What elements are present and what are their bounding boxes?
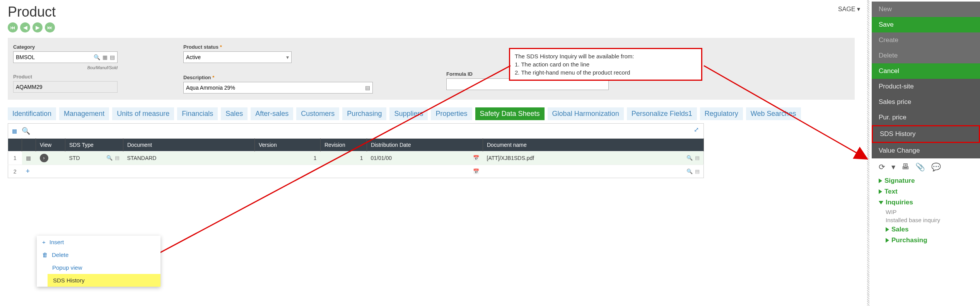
product-input [16, 84, 115, 90]
menu-delete[interactable]: 🗑Delete [37, 248, 160, 261]
new-button: New [872, 2, 980, 17]
table-row[interactable]: 2 + 📅 🔍▤ [8, 165, 704, 178]
cell-docname: [ATT]/XJB1SDS.pdf [487, 155, 534, 161]
plus-icon: + [42, 239, 46, 245]
tab-units[interactable]: Units of measure [112, 107, 174, 120]
list-icon[interactable]: ▤ [115, 155, 120, 161]
search-icon[interactable]: 🔍 [22, 127, 30, 135]
tab-websearches[interactable]: Web Searches [746, 107, 801, 120]
search-icon[interactable]: 🔍 [686, 155, 693, 161]
formula-input[interactable] [449, 81, 606, 87]
panel-divider[interactable] [867, 0, 869, 306]
product-site-button[interactable]: Product-site [872, 79, 980, 94]
status-select[interactable]: ▾ [183, 51, 292, 63]
nav-first-icon[interactable]: ⏮ [8, 22, 18, 32]
annotation-callout: The SDS History Inquiry will be availabl… [509, 48, 702, 81]
link-installed-base[interactable]: Installed base inquiry [872, 216, 980, 224]
callout-line: 1. The action card on the line [515, 60, 697, 68]
link-signature[interactable]: Signature [872, 175, 980, 186]
nav-next-icon[interactable]: ▶ [32, 22, 43, 32]
category-input-wrap: 🔍 ▦ ▤ [13, 51, 118, 63]
description-label: Description * [183, 75, 377, 80]
status-value [186, 54, 284, 60]
col-distdate: Distribution Date [367, 139, 483, 151]
cell-revision: 1 [321, 151, 367, 165]
tab-aftersales[interactable]: After-sales [251, 107, 293, 120]
col-revision: Revision [321, 139, 367, 151]
description-input[interactable] [186, 85, 363, 91]
tab-management[interactable]: Management [59, 107, 109, 120]
link-text[interactable]: Text [872, 186, 980, 197]
cancel-button[interactable]: Cancel [872, 63, 980, 79]
link-inquiries[interactable]: Inquiries [872, 197, 980, 208]
search-icon[interactable]: 🔍 [106, 155, 113, 161]
link-sales[interactable]: Sales [872, 224, 980, 235]
tab-customers[interactable]: Customers [296, 107, 339, 120]
comment-icon[interactable]: 💬 [931, 162, 941, 172]
col-version: Version [255, 139, 321, 151]
list-icon[interactable]: ▤ [695, 155, 700, 161]
tab-sds[interactable]: Safety Data Sheets [475, 107, 545, 120]
tab-sales[interactable]: Sales [221, 107, 248, 120]
tab-properties[interactable]: Properties [431, 107, 472, 120]
triangle-down-icon [879, 201, 883, 204]
tab-purchasing[interactable]: Purchasing [342, 107, 386, 120]
tab-regulatory[interactable]: Regulatory [700, 107, 743, 120]
card-icon[interactable]: ▦ [102, 54, 108, 60]
tab-identification[interactable]: Identification [8, 107, 56, 120]
menu-sds-history[interactable]: SDS History [48, 274, 160, 287]
col-action [22, 139, 36, 151]
fullscreen-icon[interactable]: ⤢ [694, 126, 699, 133]
list-icon[interactable]: ▤ [110, 54, 115, 60]
row-context-menu: +Insert 🗑Delete Popup view SDS History [37, 236, 160, 287]
print-icon[interactable]: 🖶 [901, 162, 909, 172]
category-label: Category [13, 44, 160, 50]
tab-personalize[interactable]: Personalize Fields1 [627, 107, 697, 120]
sds-history-button[interactable]: SDS History [872, 125, 980, 143]
callout-line: The SDS History Inquiry will be availabl… [515, 52, 697, 60]
plus-icon[interactable]: + [26, 167, 30, 175]
search-icon[interactable]: 🔍 [686, 168, 693, 174]
col-docname: Document name [483, 139, 704, 151]
delete-button: Delete [872, 48, 980, 63]
tab-strip: Identification Management Units of measu… [8, 107, 855, 120]
expand-field-icon[interactable]: ▤ [365, 85, 370, 91]
brand-menu[interactable]: SAGE ▾ [838, 5, 860, 13]
table-row[interactable]: 1 ▦ › STD🔍▤ STANDARD 1 1 01/01/00📅 [ATT]… [8, 151, 704, 165]
col-rownum [8, 139, 22, 151]
link-purchasing[interactable]: Purchasing [872, 235, 980, 246]
triangle-right-icon [879, 178, 882, 183]
sidebar-icon-row: ⟳ ▾ 🖶 📎 💬 [872, 158, 980, 175]
card-icon[interactable]: ▦ [26, 155, 31, 161]
row-action-cell[interactable]: ▦ [22, 151, 36, 165]
sales-price-button[interactable]: Sales price [872, 94, 980, 110]
grid-header-row: View SDS Type Document Version Revision … [8, 139, 704, 151]
attachment-icon[interactable]: 📎 [915, 162, 925, 172]
chevron-down-icon[interactable]: ▾ [891, 162, 895, 172]
calendar-icon[interactable]: 📅 [473, 168, 479, 174]
search-icon[interactable]: 🔍 [94, 54, 100, 60]
tab-ghs[interactable]: Global Harmonization [548, 107, 624, 120]
calendar-icon[interactable]: 📅 [473, 155, 479, 161]
grid-toolbar: ▦ 🔍 ⤢ [8, 123, 704, 138]
link-wip[interactable]: WIP [872, 208, 980, 216]
save-button[interactable]: Save [872, 17, 980, 32]
callout-line: 2. The right-hand menu of the product re… [515, 68, 697, 76]
nav-prev-icon[interactable]: ◀ [20, 22, 30, 32]
refresh-icon[interactable]: ⟳ [879, 162, 885, 172]
list-icon[interactable]: ▤ [695, 168, 700, 174]
pur-price-button[interactable]: Pur. price [872, 110, 980, 125]
table-icon[interactable]: ▦ [12, 128, 17, 134]
menu-popup-view[interactable]: Popup view [37, 261, 160, 274]
col-document: Document [123, 139, 255, 151]
row-number: 1 [8, 151, 22, 165]
view-button[interactable]: › [40, 154, 48, 162]
menu-insert[interactable]: +Insert [37, 236, 160, 248]
product-label: Product [13, 74, 160, 80]
value-change-button[interactable]: Value Change [872, 143, 980, 158]
triangle-right-icon [879, 189, 882, 194]
tab-suppliers[interactable]: Suppliers [389, 107, 428, 120]
nav-last-icon[interactable]: ⏭ [45, 22, 55, 32]
category-input[interactable] [16, 54, 91, 60]
tab-financials[interactable]: Financials [177, 107, 218, 120]
